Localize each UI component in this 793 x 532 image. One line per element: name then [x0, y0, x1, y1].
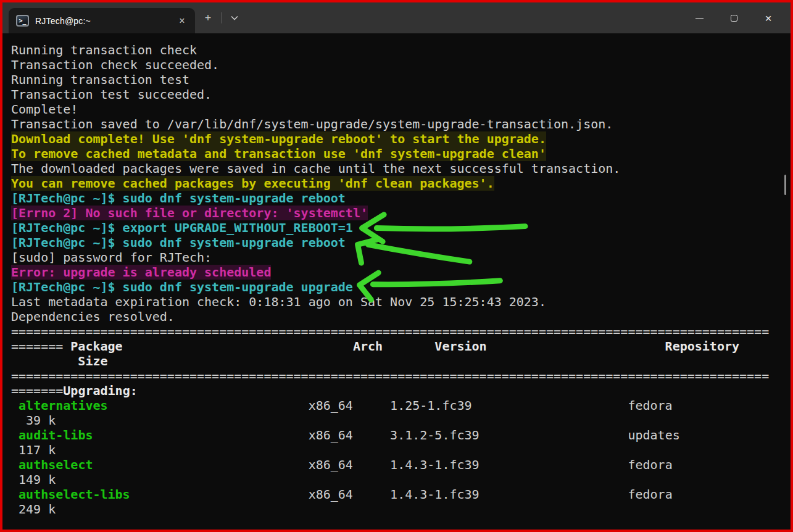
terminal-line: authselect-libs x86_64 1.4.3-1.fc39 fedo… [11, 487, 791, 502]
chevron-down-icon [231, 15, 238, 20]
terminal-icon: >_ [16, 15, 29, 27]
terminal-line: Transaction test succeeded. [11, 87, 791, 102]
titlebar: >_ RJTech@pc:~ × + × [2, 2, 791, 33]
tab-dropdown-button[interactable] [225, 9, 244, 27]
tab-rjtech[interactable]: >_ RJTech@pc:~ × [9, 8, 195, 33]
terminal-line: 249 k [11, 502, 791, 517]
minimize-button[interactable] [682, 5, 716, 31]
new-tab-button[interactable]: + [199, 9, 217, 27]
close-icon: × [765, 12, 771, 24]
terminal-line: [RJTech@pc ~]$ sudo dnf system-upgrade r… [11, 235, 791, 250]
terminal-line: The downloaded packages were saved in ca… [11, 161, 791, 176]
terminal-line: 117 k [11, 443, 791, 457]
terminal-line: 149 k [11, 472, 791, 487]
terminal-line: Transaction saved to /var/lib/dnf/system… [11, 117, 791, 131]
terminal-line: alternatives x86_64 1.25-1.fc39 fedora [11, 398, 791, 413]
terminal-line: Last metadata expiration check: 0:18:31 … [11, 294, 791, 309]
terminal-line: Running transaction test [11, 72, 791, 87]
terminal-line: [Errno 2] No such file or directory: 'sy… [11, 206, 791, 220]
terminal-line: =======Upgrading: [11, 383, 791, 398]
tabbar-divider [221, 12, 222, 23]
maximize-icon [731, 15, 737, 22]
terminal-line: You can remove cached packages by execut… [11, 176, 791, 191]
scrollbar-thumb[interactable] [784, 175, 786, 195]
terminal-line: ========================================… [11, 368, 791, 383]
terminal-line: authselect x86_64 1.4.3-1.fc39 fedora [11, 457, 791, 472]
terminal-line: [sudo] password for RJTech: [11, 250, 791, 265]
terminal-line: audit-libs x86_64 3.1.2-5.fc39 updates [11, 428, 791, 443]
window-controls: × [682, 2, 786, 33]
terminal-viewport[interactable]: Running transaction checkTransaction che… [2, 33, 791, 530]
terminal-line: To remove cached metadata and transactio… [11, 146, 791, 161]
terminal-line: Transaction check succeeded. [11, 57, 791, 72]
terminal-line: Error: upgrade is already scheduled [11, 265, 791, 280]
tab-title: RJTech@pc:~ [35, 16, 175, 26]
minimize-icon [695, 18, 704, 19]
terminal-line: Complete! [11, 102, 791, 117]
terminal-line: Download complete! Use 'dnf system-upgra… [11, 131, 791, 146]
terminal-output: Running transaction checkTransaction che… [11, 43, 791, 517]
maximize-button[interactable] [716, 5, 751, 31]
terminal-line: ======= Package Arch Version Repository [11, 339, 791, 354]
terminal-line: [RJTech@pc ~]$ sudo dnf system-upgrade r… [11, 191, 791, 206]
terminal-line: ========================================… [11, 324, 791, 339]
terminal-line: [RJTech@pc ~]$ sudo dnf system-upgrade u… [11, 280, 791, 294]
terminal-line: Dependencies resolved. [11, 309, 791, 324]
close-button[interactable]: × [751, 5, 786, 31]
tab-close-icon[interactable]: × [175, 14, 189, 28]
terminal-line: [RJTech@pc ~]$ export UPGRADE_WITHOUT_RE… [11, 220, 791, 235]
terminal-line: Size [11, 354, 791, 368]
terminal-line: 39 k [11, 413, 791, 428]
terminal-line: Running transaction check [11, 43, 791, 57]
